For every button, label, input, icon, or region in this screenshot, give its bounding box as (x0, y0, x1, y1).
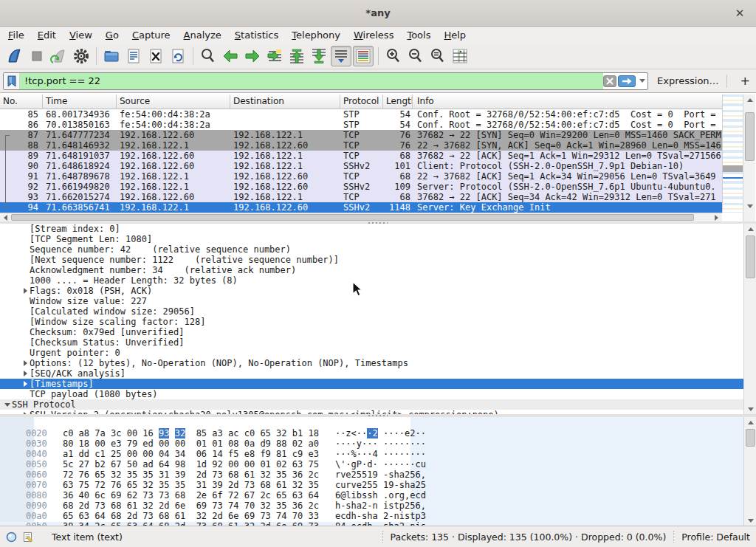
display-filter-input[interactable] (20, 73, 603, 89)
packet-row[interactable]: 8771.647777234192.168.122.60192.168.122.… (0, 130, 722, 140)
filter-apply-button[interactable] (618, 75, 636, 87)
zoom-out-button[interactable] (405, 46, 426, 66)
hex-bytes[interactable]: 63 75 72 76 65 32 35 35 31 39 2d 73 68 6… (55, 480, 319, 490)
zoom-in-button[interactable] (383, 46, 404, 66)
detail-row[interactable]: [Next sequence number: 1122 (relative se… (0, 255, 743, 265)
detail-row[interactable]: [TCP Segment Len: 1080] (0, 234, 743, 244)
scroll-down-button[interactable] (744, 404, 756, 414)
reload-file-button[interactable] (168, 46, 188, 66)
menu-statistics[interactable]: Statistics (228, 28, 285, 42)
intelligent-scrollbar-minimap[interactable] (722, 94, 743, 213)
details-vscrollbar[interactable] (743, 224, 756, 414)
menu-go[interactable]: Go (99, 28, 126, 42)
detail-row[interactable]: Flags: 0x018 (PSH, ACK) (0, 286, 743, 296)
packet-row[interactable]: 9071.648618924192.168.122.60192.168.122.… (0, 161, 722, 171)
hex-bytes[interactable]: 65 63 64 68 2d 73 68 61 32 2d 6e 69 73 7… (55, 511, 319, 521)
column-header-length[interactable]: Length (383, 94, 413, 109)
menu-capture[interactable]: Capture (126, 28, 177, 42)
stop-capture-button[interactable] (27, 46, 47, 66)
column-header-destination[interactable]: Destination (230, 94, 340, 109)
detail-row[interactable]: Acknowledgment number: 34 (relative ack … (0, 265, 743, 275)
auto-scroll-button[interactable] (331, 46, 351, 66)
status-profile[interactable]: Profile: Default (681, 531, 756, 543)
scroll-up-button[interactable] (744, 224, 756, 234)
open-file-button[interactable] (101, 46, 122, 66)
detail-row[interactable]: 1000 .... = Header Length: 32 bytes (8) (0, 275, 743, 286)
detail-row[interactable]: [Calculated window size: 29056] (0, 306, 743, 317)
packet-row[interactable]: 8871.648146932192.168.122.1192.168.122.6… (0, 140, 722, 151)
filter-add-button[interactable]: + (735, 74, 756, 88)
filter-clear-button[interactable] (603, 75, 616, 87)
menu-wireless[interactable]: Wireless (347, 28, 400, 42)
packet-row[interactable]: 8568.001734936fe:54:00:d4:38:2aSTP54Conf… (0, 109, 722, 120)
detail-row[interactable]: Options: (12 bytes), No-Operation (NOP),… (0, 358, 743, 368)
scrollbar-thumb[interactable] (11, 214, 694, 221)
packet-list-vscrollbar[interactable] (743, 94, 755, 221)
expander[interactable] (21, 371, 30, 376)
capture-comment-icon[interactable] (23, 531, 34, 543)
column-header-time[interactable]: Time (43, 94, 117, 109)
packet-row[interactable]: 9171.648789678192.168.122.1192.168.122.6… (0, 171, 722, 182)
hex-ascii[interactable]: \'·gP·d· ······cu (319, 459, 426, 469)
hex-ascii[interactable]: curve255 19-sha25 (319, 480, 426, 490)
resize-columns-button[interactable] (450, 46, 470, 66)
detail-row[interactable]: Checksum: 0x79ed [unverified] (0, 327, 743, 337)
detail-row[interactable]: [SEQ/ACK analysis] (0, 368, 743, 379)
go-last-packet-button[interactable] (309, 46, 329, 66)
expander[interactable] (21, 288, 30, 294)
restart-capture-button[interactable] (49, 46, 69, 66)
packet-row[interactable]: 8971.648191037192.168.122.60192.168.122.… (0, 151, 722, 161)
hex-bytes[interactable]: c0 a8 7a 3c 00 16 93 32 85 a3 ac c0 65 3… (55, 428, 319, 438)
hex-bytes[interactable]: 72 76 65 32 35 35 31 39 2d 73 68 61 32 3… (55, 469, 319, 480)
column-header-protocol[interactable]: Protocol (340, 94, 383, 109)
packet-row[interactable]: 9271.661949820192.168.122.1192.168.122.6… (0, 182, 722, 192)
go-first-packet-button[interactable] (286, 46, 307, 66)
close-file-button[interactable] (145, 46, 166, 66)
zoom-original-button[interactable] (427, 46, 448, 66)
detail-row[interactable]: Window size value: 227 (0, 296, 743, 306)
menu-analyze[interactable]: Analyze (177, 28, 228, 42)
menu-telephony[interactable]: Telephony (285, 28, 347, 42)
expander[interactable] (3, 403, 12, 407)
hex-ascii[interactable]: ····y··· ········ (319, 438, 426, 449)
detail-row[interactable]: [Stream index: 0] (0, 224, 743, 234)
detail-row[interactable]: SSH Protocol (0, 399, 743, 410)
find-packet-button[interactable] (198, 46, 219, 66)
go-to-packet-button[interactable] (264, 46, 285, 66)
hex-ascii[interactable]: ecdh-sha 2-nistp3 (319, 511, 426, 521)
scrollbar-thumb[interactable] (746, 429, 755, 447)
packet-row[interactable]: 9371.662015274192.168.122.60192.168.122.… (0, 192, 722, 202)
hex-ascii[interactable]: ···%···4 ········ (319, 449, 426, 459)
detail-row[interactable]: Urgent pointer: 0 (0, 348, 743, 358)
menu-view[interactable]: View (63, 28, 99, 42)
expander[interactable] (21, 360, 30, 366)
go-back-button[interactable] (220, 46, 241, 66)
column-header-no[interactable]: No. (0, 94, 43, 109)
hex-ascii[interactable]: rve25519 -sha256, (319, 469, 426, 480)
packet-list-hscrollbar[interactable] (0, 213, 722, 221)
expression-button[interactable]: Expression… (657, 75, 719, 86)
detail-row[interactable]: [Checksum Status: Unverified] (0, 337, 743, 348)
column-header-info[interactable]: Info (413, 94, 722, 109)
packet-row[interactable]: 9471.663856741192.168.122.1192.168.122.6… (0, 202, 722, 213)
menu-tools[interactable]: Tools (400, 28, 437, 42)
capture-options-button[interactable] (71, 46, 92, 66)
hex-ascii[interactable]: 6@libssh .org,ecd (319, 490, 426, 500)
hex-bytes[interactable]: 36 40 6c 69 62 73 73 68 2e 6f 72 67 2c 6… (55, 490, 319, 500)
scroll-down-button[interactable] (743, 201, 756, 211)
scroll-up-button[interactable] (744, 417, 756, 427)
start-capture-button[interactable] (4, 46, 25, 66)
scrollbar-thumb[interactable] (746, 235, 755, 278)
detail-row[interactable]: Sequence number: 42 (relative sequence n… (0, 244, 743, 255)
hex-bytes[interactable]: 68 2d 73 68 61 32 2d 6e 69 73 74 70 32 3… (55, 500, 319, 511)
menu-edit[interactable]: Edit (31, 28, 63, 42)
hex-row[interactable]: 0020c0 a8 7a 3c 00 16 93 32 85 a3 ac c0 … (0, 418, 743, 428)
scroll-up-button[interactable] (743, 94, 756, 105)
colorize-packets-button[interactable] (353, 46, 374, 66)
hex-bytes[interactable]: 80 18 00 e3 79 ed 00 00 01 01 08 0a d9 8… (55, 438, 319, 449)
hex-ascii[interactable]: ··z<···2 ····e2·· (319, 428, 426, 438)
menu-help[interactable]: Help (437, 28, 472, 42)
menu-file[interactable]: File (1, 28, 31, 42)
expert-info-icon[interactable] (6, 531, 17, 543)
detail-row[interactable]: [Window size scaling factor: 128] (0, 317, 743, 327)
